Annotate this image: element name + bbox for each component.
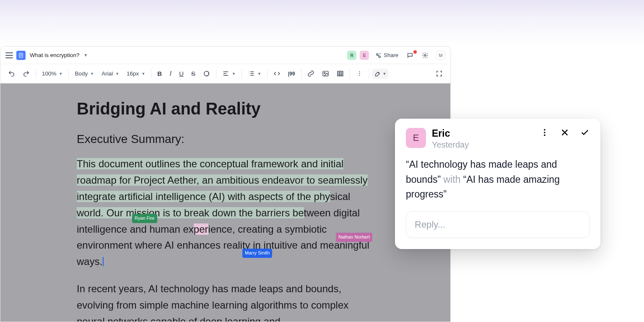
svg-rect-7 — [338, 71, 343, 76]
style-value: Body — [75, 70, 88, 77]
svg-point-13 — [544, 135, 545, 136]
more-icon[interactable] — [540, 128, 549, 137]
comment-with: with — [444, 174, 461, 185]
doc-icon — [16, 51, 26, 60]
link-button[interactable] — [304, 68, 318, 79]
svg-point-9 — [359, 73, 360, 74]
comment-author: Eric — [432, 128, 534, 139]
highlight-select[interactable]: ▼ — [372, 69, 389, 79]
zoom-value: 100% — [42, 70, 57, 77]
reply-input[interactable]: Reply... — [406, 211, 589, 238]
align-select[interactable]: ▼ — [219, 68, 239, 79]
svg-point-6 — [324, 73, 325, 74]
strike-button[interactable]: S — [188, 68, 199, 79]
app-window: What is encryption? ▼ R E Share M 100%▼ … — [0, 46, 451, 322]
svg-point-8 — [359, 71, 360, 72]
text-cursor — [103, 257, 104, 266]
table-button[interactable] — [333, 68, 347, 79]
comment-card: E Eric Yesterday “AI technology has made… — [395, 119, 600, 249]
user-badge[interactable]: M — [436, 51, 445, 60]
list-select[interactable]: ▼ — [244, 68, 265, 79]
page: Bridging AI and Reality Executive Summar… — [0, 83, 450, 322]
color-button[interactable] — [200, 68, 213, 79]
collaborator-avatar-e[interactable]: E — [360, 51, 369, 60]
document-canvas[interactable]: Bridging AI and Reality Executive Summar… — [0, 83, 450, 322]
close-icon[interactable] — [560, 128, 569, 137]
doc-subheading: Executive Summary: — [77, 132, 374, 146]
zoom-select[interactable]: 100%▼ — [39, 69, 66, 78]
italic-button[interactable]: I — [166, 68, 175, 79]
font-select[interactable]: Arial▼ — [98, 69, 122, 78]
doc-heading: Bridging AI and Reality — [77, 99, 374, 118]
comments-icon[interactable] — [404, 51, 416, 60]
comment-avatar: E — [406, 128, 426, 148]
settings-icon[interactable] — [419, 51, 431, 60]
style-select[interactable]: Body▼ — [71, 69, 97, 78]
comment-body: “AI technology has made leaps and bounds… — [406, 157, 589, 202]
bold-button[interactable]: B — [154, 68, 165, 79]
presence-tag-ryan: Ryan Fire — [132, 214, 157, 223]
svg-point-12 — [544, 132, 545, 133]
paragraph-1[interactable]: This document outlines the conceptual fr… — [77, 156, 374, 270]
collaborator-avatar-r[interactable]: R — [347, 51, 356, 60]
more-button[interactable] — [353, 68, 366, 79]
toolbar: 100%▼ Body▼ Arial▼ 16px▼ B I U S ▼ ▼ — [0, 64, 450, 83]
presence-tag-marry: Marry Smith — [242, 249, 272, 258]
code-button[interactable] — [270, 68, 284, 79]
resolve-icon[interactable] — [580, 128, 589, 137]
share-label: Share — [384, 52, 398, 58]
paragraph-2[interactable]: In recent years, AI technology has made … — [77, 281, 374, 322]
font-value: Arial — [101, 70, 113, 77]
titlebar: What is encryption? ▼ R E Share M — [0, 47, 450, 64]
expand-button[interactable] — [432, 68, 446, 79]
presence-tag-nathan: Nathan Norbert — [336, 233, 372, 242]
chevron-down-icon[interactable]: ▼ — [84, 53, 88, 57]
share-button[interactable]: Share — [372, 51, 401, 60]
image-button[interactable] — [319, 68, 332, 79]
size-select[interactable]: 16px▼ — [123, 69, 148, 78]
undo-button[interactable] — [5, 68, 18, 79]
menu-icon[interactable] — [5, 52, 13, 58]
svg-point-10 — [359, 75, 360, 76]
svg-point-3 — [424, 55, 426, 56]
underline-button[interactable]: U — [176, 68, 187, 79]
size-value: 16px — [127, 70, 139, 77]
doc-title[interactable]: What is encryption? — [30, 52, 80, 58]
redo-button[interactable] — [19, 68, 33, 79]
comment-time: Yesterday — [432, 140, 534, 150]
svg-point-11 — [544, 129, 545, 131]
quote-button[interactable]: |99 — [285, 69, 299, 78]
